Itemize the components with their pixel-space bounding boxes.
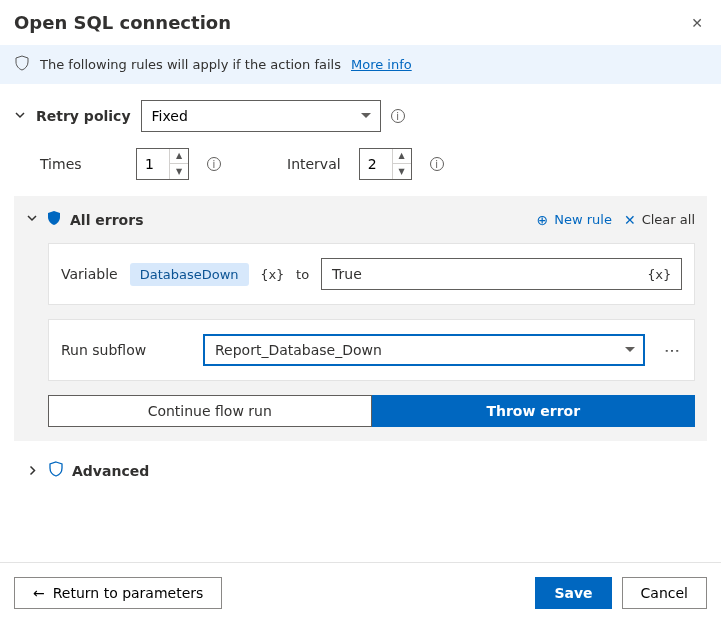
return-button[interactable]: ← Return to parameters — [14, 577, 222, 609]
info-icon[interactable]: i — [207, 157, 221, 171]
throw-error-button[interactable]: Throw error — [372, 395, 696, 427]
shield-icon — [46, 210, 62, 229]
chevron-down-icon[interactable] — [26, 212, 38, 227]
chevron-right-icon[interactable] — [27, 465, 42, 477]
all-errors-title: All errors — [70, 212, 156, 228]
interval-up-icon[interactable]: ▲ — [393, 149, 411, 164]
save-button[interactable]: Save — [535, 577, 611, 609]
info-icon[interactable]: i — [391, 109, 405, 123]
advanced-label: Advanced — [72, 463, 158, 479]
interval-down-icon[interactable]: ▼ — [393, 164, 411, 179]
times-up-icon[interactable]: ▲ — [170, 149, 188, 164]
arrow-left-icon: ← — [33, 585, 45, 601]
info-icon[interactable]: i — [430, 157, 444, 171]
continue-flow-button[interactable]: Continue flow run — [48, 395, 372, 427]
chevron-down-icon[interactable] — [14, 109, 26, 124]
times-down-icon[interactable]: ▼ — [170, 164, 188, 179]
close-icon[interactable]: ✕ — [691, 15, 703, 31]
run-subflow-label: Run subflow — [61, 342, 191, 358]
info-banner: The following rules will apply if the ac… — [0, 45, 721, 84]
x-icon: ✕ — [624, 212, 636, 228]
cancel-button[interactable]: Cancel — [622, 577, 707, 609]
plus-icon: ⊕ — [537, 212, 549, 228]
to-label: to — [296, 267, 309, 282]
banner-text: The following rules will apply if the ac… — [40, 57, 341, 72]
new-rule-button[interactable]: ⊕ New rule — [537, 212, 612, 228]
more-info-link[interactable]: More info — [351, 57, 412, 72]
retry-policy-select[interactable]: Fixed — [141, 100, 381, 132]
clear-all-button[interactable]: ✕ Clear all — [624, 212, 695, 228]
times-label: Times — [40, 156, 84, 172]
subflow-select[interactable]: Report_Database_Down — [203, 334, 645, 366]
variable-label: Variable — [61, 266, 118, 282]
fx-icon[interactable]: {x} — [261, 267, 284, 282]
interval-label: Interval — [287, 156, 341, 172]
interval-input[interactable] — [360, 149, 392, 179]
interval-stepper[interactable]: ▲ ▼ — [359, 148, 412, 180]
variable-chip[interactable]: DatabaseDown — [130, 263, 249, 286]
variable-value-field[interactable]: True {x} — [321, 258, 682, 290]
shield-icon — [14, 55, 30, 74]
fx-icon[interactable]: {x} — [648, 267, 671, 282]
shield-outline-icon — [48, 461, 64, 480]
times-input[interactable] — [137, 149, 169, 179]
retry-policy-label: Retry policy — [36, 108, 131, 124]
times-stepper[interactable]: ▲ ▼ — [136, 148, 189, 180]
more-menu-icon[interactable]: ⋮ — [663, 343, 682, 357]
dialog-title: Open SQL connection — [14, 12, 231, 33]
